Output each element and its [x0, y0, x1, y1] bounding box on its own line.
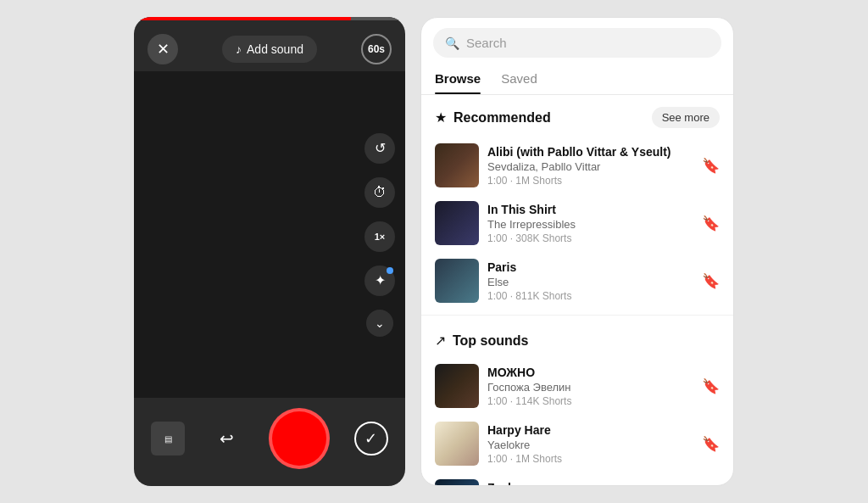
- sound-artist-mozhno: Госпожа Эвелин: [487, 381, 693, 394]
- sound-info-paris: Paris Else 1:00 · 811K Shorts: [487, 260, 693, 302]
- right-controls: ↺ ⏱ 1× ✦ ⌄: [364, 133, 395, 337]
- checkmark-icon: ✓: [364, 429, 377, 448]
- sound-info-harpy: Harpy Hare Yaelokre 1:00 · 1M Shorts: [487, 423, 693, 465]
- app-container: ✕ ♪ Add sound 60s ↺ ⏱ 1× ✦ ⌄: [0, 0, 868, 503]
- sound-thumb-zachem: [435, 479, 479, 485]
- bookmark-icon-paris[interactable]: 🔖: [702, 272, 720, 290]
- sound-meta-alibi: 1:00 · 1M Shorts: [487, 175, 693, 187]
- search-bar[interactable]: 🔍 Search: [433, 28, 721, 58]
- search-icon: 🔍: [445, 36, 459, 50]
- effects-notification-dot: [387, 267, 393, 274]
- bookmark-icon-alibi[interactable]: 🔖: [702, 157, 720, 175]
- sound-info-alibi: Alibi (with Pabllo Vittar & Yseult) Sevd…: [487, 145, 693, 187]
- sound-thumb-alibi: [435, 143, 479, 187]
- record-button[interactable]: [269, 408, 330, 469]
- undo-button[interactable]: ↩: [209, 422, 243, 455]
- section-divider: [421, 315, 733, 316]
- sound-thumb-shirt: [435, 201, 479, 245]
- flip-camera-button[interactable]: ↺: [364, 133, 395, 164]
- top-sounds-section-header: ↗ Top sounds: [421, 321, 733, 357]
- progress-bar-container: [134, 17, 405, 20]
- sound-meta-mozhno: 1:00 · 114K Shorts: [487, 395, 693, 407]
- sound-thumb-mozhno: [435, 364, 479, 408]
- camera-header: ✕ ♪ Add sound 60s: [134, 20, 405, 71]
- star-icon: ★: [435, 109, 447, 126]
- sound-meta-shirt: 1:00 · 308K Shorts: [487, 232, 693, 244]
- add-sound-button[interactable]: ♪ Add sound: [222, 36, 317, 63]
- sound-panel: 🔍 Search Browse Saved ★ Recommended See …: [420, 17, 734, 486]
- sound-artist-alibi: Sevdaliza, Pabllo Vittar: [487, 160, 693, 173]
- undo-icon: ↩: [220, 428, 234, 449]
- music-icon: ♪: [236, 42, 242, 56]
- close-button[interactable]: ✕: [147, 34, 178, 64]
- sound-artist-shirt: The Irrepressibles: [487, 218, 693, 231]
- sound-item-harpy[interactable]: Harpy Hare Yaelokre 1:00 · 1M Shorts 🔖: [421, 415, 733, 472]
- sound-meta-paris: 1:00 · 811K Shorts: [487, 290, 693, 302]
- search-input[interactable]: Search: [466, 36, 507, 50]
- top-sounds-title-wrap: ↗ Top sounds: [435, 333, 528, 349]
- gallery-icon: ▤: [164, 434, 172, 444]
- sound-title-paris: Paris: [487, 260, 693, 274]
- sound-title-harpy: Harpy Hare: [487, 423, 693, 437]
- gallery-button[interactable]: ▤: [151, 422, 185, 455]
- record-button-inner: [275, 415, 323, 462]
- sound-info-mozhno: МОЖНО Госпожа Эвелин 1:00 · 114K Shorts: [487, 366, 693, 407]
- sound-title-mozhno: МОЖНО: [487, 366, 693, 379]
- bookmark-icon-shirt[interactable]: 🔖: [702, 215, 720, 232]
- more-controls-button[interactable]: ⌄: [366, 310, 393, 337]
- tab-saved[interactable]: Saved: [501, 64, 537, 94]
- sound-info-zachem: Zachem 6YNTHMANE, 5sta Family 1:00 · 29K…: [487, 481, 693, 486]
- confirm-button[interactable]: ✓: [354, 422, 388, 455]
- bookmark-icon-mozhno[interactable]: 🔖: [702, 377, 720, 395]
- sound-item-alibi[interactable]: Alibi (with Pabllo Vittar & Yseult) Sevd…: [421, 137, 733, 194]
- timer-badge[interactable]: 60s: [361, 34, 392, 64]
- sound-info-shirt: In This Shirt The Irrepressibles 1:00 · …: [487, 203, 693, 244]
- sound-thumb-harpy: [435, 422, 479, 466]
- camera-viewport: ↺ ⏱ 1× ✦ ⌄: [134, 71, 405, 398]
- sound-artist-paris: Else: [487, 276, 693, 288]
- sound-title-alibi: Alibi (with Pabllo Vittar & Yseult): [487, 145, 693, 159]
- top-sounds-title: Top sounds: [453, 333, 528, 349]
- effects-button[interactable]: ✦: [364, 265, 395, 296]
- trending-icon: ↗: [435, 333, 446, 349]
- recommended-section-header: ★ Recommended See more: [421, 95, 733, 137]
- sound-item-mozhno[interactable]: МОЖНО Госпожа Эвелин 1:00 · 114K Shorts …: [421, 357, 733, 415]
- timer-button[interactable]: ⏱: [364, 177, 395, 208]
- sound-title-zachem: Zachem: [487, 481, 693, 486]
- progress-bar-fill: [134, 17, 351, 20]
- panel-content: ★ Recommended See more Alibi (with Pabll…: [421, 95, 733, 485]
- speed-button[interactable]: 1×: [364, 221, 395, 252]
- camera-panel: ✕ ♪ Add sound 60s ↺ ⏱ 1× ✦ ⌄: [134, 17, 405, 486]
- sound-meta-harpy: 1:00 · 1M Shorts: [487, 453, 693, 465]
- bookmark-icon-harpy[interactable]: 🔖: [702, 435, 720, 453]
- see-more-button[interactable]: See more: [652, 107, 720, 128]
- sound-thumb-paris: [435, 259, 479, 303]
- recommended-title: Recommended: [453, 110, 551, 126]
- camera-footer: ▤ ↩ ✓: [134, 398, 405, 486]
- tabs-row: Browse Saved: [421, 64, 733, 95]
- sound-item-paris[interactable]: Paris Else 1:00 · 811K Shorts 🔖: [421, 252, 733, 310]
- tab-browse[interactable]: Browse: [435, 64, 481, 94]
- sound-title-shirt: In This Shirt: [487, 203, 693, 216]
- sound-item-zachem[interactable]: Zachem 6YNTHMANE, 5sta Family 1:00 · 29K…: [421, 472, 733, 485]
- recommended-title-wrap: ★ Recommended: [435, 109, 551, 126]
- sound-artist-harpy: Yaelokre: [487, 439, 693, 451]
- sound-item-shirt[interactable]: In This Shirt The Irrepressibles 1:00 · …: [421, 194, 733, 252]
